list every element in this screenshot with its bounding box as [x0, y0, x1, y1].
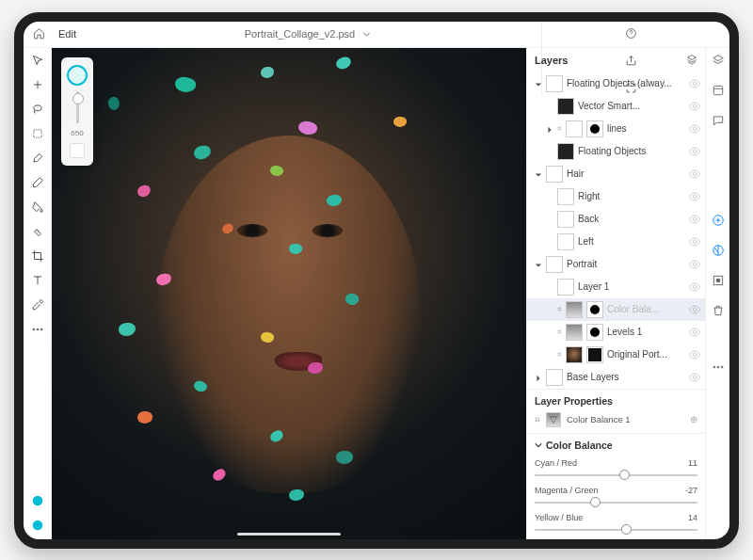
home-icon[interactable] — [33, 27, 45, 41]
layer-thumb — [566, 346, 583, 363]
adjustments-icon[interactable] — [712, 244, 725, 261]
brush-size-value: 650 — [71, 129, 83, 137]
layer-item[interactable]: ⌗Color Bala... — [527, 298, 705, 321]
brush-preview — [67, 65, 88, 86]
foreground-color-swatch[interactable] — [31, 494, 44, 507]
color-balance-slider[interactable] — [535, 474, 697, 476]
layer-group[interactable]: Hair — [527, 163, 705, 185]
layer-group[interactable]: Portrait — [527, 253, 705, 276]
layer-item[interactable]: Right — [527, 185, 705, 208]
redo-icon[interactable] — [625, 12, 637, 14]
healing-tool-icon[interactable] — [31, 225, 44, 238]
move-tool-icon[interactable] — [31, 54, 44, 67]
layer-item[interactable]: Floating Objects — [527, 140, 705, 163]
help-icon[interactable] — [625, 27, 637, 41]
layer-thumb — [557, 188, 574, 205]
ipad-frame: Edit Portrait_Collage_v2.psd 650 — [14, 12, 739, 549]
visibility-icon[interactable] — [688, 122, 701, 136]
background-color-swatch[interactable] — [31, 519, 44, 532]
layer-name: Right — [578, 191, 684, 201]
mask-icon[interactable] — [712, 274, 725, 291]
layer-group[interactable]: Base Layers — [527, 366, 705, 389]
brush-preset-icon[interactable] — [70, 143, 85, 158]
chevron-down-icon[interactable] — [535, 441, 542, 449]
svg-point-16 — [693, 263, 697, 266]
brush-size-slider[interactable] — [76, 91, 79, 123]
paint-fleck — [193, 144, 212, 160]
edit-menu[interactable]: Edit — [58, 28, 76, 40]
trash-icon[interactable] — [712, 304, 725, 321]
visibility-icon[interactable] — [688, 213, 701, 226]
visibility-icon[interactable] — [688, 326, 701, 339]
add-layer-icon[interactable] — [712, 214, 725, 231]
fill-tool-icon[interactable] — [31, 200, 44, 214]
layer-item[interactable]: Layer 1 — [527, 276, 705, 298]
layer-properties-more-icon[interactable]: ⊕ — [690, 414, 697, 424]
svg-point-6 — [32, 495, 42, 505]
visibility-icon[interactable] — [688, 280, 701, 294]
visibility-icon[interactable] — [688, 235, 701, 248]
visibility-icon[interactable] — [688, 190, 701, 203]
layer-item[interactable]: Back — [527, 208, 705, 231]
layer-thumb — [557, 233, 574, 250]
layers-panel-menu-icon[interactable] — [686, 54, 697, 67]
brush-settings-popover[interactable]: 650 — [61, 57, 93, 166]
visibility-icon[interactable] — [688, 348, 701, 361]
color-balance-slider[interactable] — [535, 502, 697, 504]
visibility-icon[interactable] — [688, 258, 701, 271]
selection-tool-icon[interactable] — [31, 127, 44, 140]
svg-point-15 — [693, 240, 697, 244]
svg-point-28 — [717, 366, 719, 368]
layer-item[interactable]: Left — [527, 231, 705, 253]
svg-point-4 — [37, 328, 39, 330]
visibility-icon[interactable] — [688, 371, 701, 384]
top-bar: Edit Portrait_Collage_v2.psd — [24, 22, 729, 48]
add-tool-icon[interactable] — [31, 78, 44, 91]
properties-icon[interactable] — [712, 84, 725, 101]
layer-name: Hair — [567, 168, 684, 179]
paint-fleck — [106, 95, 121, 111]
layer-mask-thumb — [586, 346, 603, 363]
paint-fleck — [136, 410, 153, 424]
layer-thumb — [566, 120, 583, 137]
disclosure-triangle-icon[interactable] — [535, 170, 542, 178]
text-tool-icon[interactable] — [31, 274, 44, 287]
layer-item[interactable]: ⌗Original Port... — [527, 344, 705, 366]
brush-tool-icon[interactable] — [31, 152, 44, 165]
layer-name: Levels 1 — [607, 327, 684, 337]
comments-icon[interactable] — [712, 114, 725, 131]
layer-thumb — [546, 166, 563, 183]
document-title[interactable]: Portrait_Collage_v2.psd — [245, 28, 355, 40]
visibility-icon[interactable] — [688, 100, 701, 113]
layer-item[interactable]: Vector Smart... — [527, 95, 705, 118]
layer-name: lines — [607, 123, 684, 134]
crop-tool-icon[interactable] — [31, 249, 44, 263]
eraser-tool-icon[interactable] — [31, 176, 44, 189]
eyedropper-tool-icon[interactable] — [31, 298, 44, 312]
layer-thumb — [557, 211, 574, 228]
disclosure-triangle-icon[interactable] — [535, 80, 542, 88]
layer-item[interactable]: ⌗Levels 1 — [527, 321, 705, 344]
layer-group[interactable]: Floating Objects (alway... — [527, 72, 705, 95]
layers-icon[interactable] — [712, 54, 725, 71]
chevron-down-icon[interactable] — [360, 28, 373, 40]
disclosure-triangle-icon[interactable] — [535, 374, 542, 381]
visibility-icon[interactable] — [688, 145, 701, 158]
layer-thumb — [546, 369, 563, 386]
svg-point-3 — [33, 328, 35, 330]
disclosure-triangle-icon[interactable] — [546, 125, 553, 133]
layer-thumb — [566, 324, 583, 341]
visibility-icon[interactable] — [688, 168, 701, 181]
layer-item[interactable]: ⌗lines — [527, 118, 705, 140]
disclosure-triangle-icon[interactable] — [535, 261, 542, 268]
more-icon[interactable] — [712, 360, 725, 377]
canvas[interactable]: 650 — [52, 48, 526, 539]
color-balance-slider[interactable] — [535, 529, 697, 531]
more-tools-icon[interactable] — [31, 323, 44, 336]
layer-mask-thumb — [586, 301, 603, 318]
layer-thumb — [557, 279, 574, 296]
visibility-icon[interactable] — [688, 77, 701, 90]
visibility-icon[interactable] — [688, 303, 701, 316]
slider-label: Cyan / Red — [535, 458, 577, 468]
lasso-tool-icon[interactable] — [31, 103, 44, 116]
